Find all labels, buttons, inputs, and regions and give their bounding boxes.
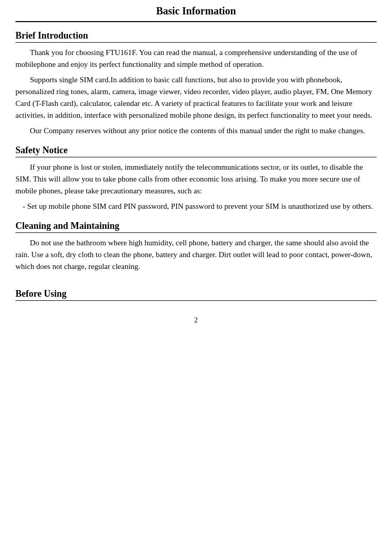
cleaning-maintaining-body: Do not use the bathroom where high humid… (15, 237, 377, 273)
section-cleaning-and-maintaining: Cleaning and Maintaining Do not use the … (15, 221, 377, 273)
cleaning-maintaining-heading: Cleaning and Maintaining (15, 221, 377, 233)
page-title: Basic Information (15, 0, 377, 22)
safety-notice-body: If your phone is lost or stolen, immedia… (15, 161, 377, 212)
before-using-heading: Before Using (15, 288, 377, 301)
section-before-using: Before Using (15, 288, 377, 301)
cleaning-maintaining-para-1: Do not use the bathroom where high humid… (15, 237, 377, 273)
section-safety-notice: Safety Notice If your phone is lost or s… (15, 145, 377, 212)
brief-introduction-para-2: Supports single SIM card.In addition to … (15, 74, 377, 122)
safety-notice-heading: Safety Notice (15, 145, 377, 157)
section-brief-introduction: Brief Introduction Thank you for choosin… (15, 30, 377, 137)
brief-introduction-para-1: Thank you for choosing FTU161F. You can … (15, 47, 377, 71)
brief-introduction-body: Thank you for choosing FTU161F. You can … (15, 47, 377, 137)
page-number: 2 (15, 316, 377, 324)
brief-introduction-para-3: Our Company reserves without any prior n… (15, 125, 377, 137)
safety-notice-para-2: - Set up mobile phone SIM card PIN passw… (15, 201, 377, 212)
brief-introduction-heading: Brief Introduction (15, 30, 377, 43)
safety-notice-para-1: If your phone is lost or stolen, immedia… (15, 161, 377, 197)
